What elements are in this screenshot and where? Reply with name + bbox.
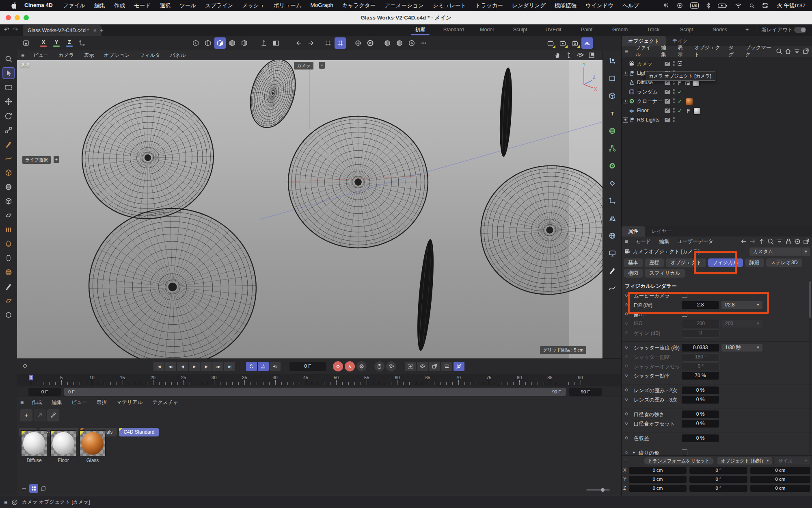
layout-tab-Groom[interactable]: Groom — [603, 24, 637, 36]
tab-属性[interactable]: 属性 — [622, 226, 645, 237]
value-field[interactable]: 200 — [682, 320, 720, 328]
battery-icon[interactable] — [718, 3, 728, 8]
toggle-view-icon[interactable] — [587, 51, 596, 60]
layout-tab-Paint[interactable]: Paint — [570, 24, 603, 36]
keyframe-icon[interactable]: ◇ — [23, 362, 27, 369]
range-end-field[interactable]: 90 F — [569, 388, 602, 396]
material-menu-item[interactable]: マテリアル — [112, 399, 147, 406]
keyframe-diamond-icon[interactable]: ◇ — [625, 387, 628, 392]
draw-pen-icon[interactable] — [605, 264, 619, 278]
split-view-icon[interactable] — [270, 37, 282, 49]
object-manager-menu-item[interactable]: 表示 — [674, 44, 690, 58]
layout-tab-Model[interactable]: Model — [470, 24, 503, 36]
close-tab-icon[interactable]: ✕ — [93, 28, 97, 33]
menubar-item[interactable]: 選択 — [155, 2, 175, 9]
key-scale-icon[interactable] — [429, 362, 440, 371]
content-browser-icon[interactable] — [20, 37, 32, 49]
keyframe-diamond-icon[interactable]: ◇ — [625, 373, 628, 377]
subdivision-surface-icon[interactable] — [605, 124, 619, 138]
value-field[interactable]: 0 — [682, 329, 720, 338]
previous-key-button[interactable]: ◀◇ — [165, 362, 176, 371]
cube-primitive-icon[interactable] — [3, 195, 14, 207]
scale-field[interactable]: 0 cm — [750, 476, 810, 483]
render-view-icon[interactable] — [545, 37, 556, 49]
more-options-icon[interactable] — [418, 37, 430, 49]
menubar-item[interactable]: キャラクター — [338, 2, 380, 9]
material-menu-item[interactable]: 編集 — [47, 399, 67, 406]
modeling-settings-icon[interactable] — [365, 37, 376, 49]
material-ball-icon[interactable] — [3, 267, 14, 278]
key-position-icon[interactable] — [405, 362, 416, 371]
material-menu-item[interactable]: 選択 — [92, 399, 112, 406]
render-tag-icon[interactable] — [677, 61, 683, 67]
input-source-icon[interactable]: US — [690, 2, 699, 9]
grid-view-icon[interactable] — [29, 484, 38, 493]
object-manager-menu-item[interactable]: 編集 — [657, 44, 674, 58]
viewport-menu-item[interactable]: ビュー — [28, 52, 54, 59]
visibility-dots-icon[interactable] — [673, 117, 675, 123]
object-manager-menu-item[interactable]: ファイル — [631, 44, 657, 58]
eyedropper-button[interactable] — [47, 409, 59, 421]
range-slider[interactable]: 0 F 90 F — [64, 388, 566, 396]
live-selection-add-icon[interactable]: + — [54, 156, 59, 163]
rotate-icon[interactable] — [3, 110, 14, 122]
viewport-menu-item[interactable]: オプション — [99, 52, 135, 59]
visibility-dots-icon[interactable] — [673, 61, 675, 67]
object-row-ランダム[interactable]: ランダム✓ — [622, 87, 812, 96]
edit-toggle-icon[interactable] — [665, 80, 670, 85]
edit-toggle-icon[interactable] — [665, 99, 670, 104]
size-dropdown[interactable]: サイズ — [775, 457, 804, 465]
size-dropdown-arrow[interactable]: ▼ — [802, 457, 810, 465]
loop-playback-icon[interactable] — [246, 362, 257, 371]
find-icon[interactable] — [3, 53, 14, 65]
array-tool-icon[interactable] — [3, 224, 14, 235]
menubar-item[interactable]: MoGraph — [306, 2, 337, 9]
jump-previous-icon[interactable] — [293, 37, 304, 49]
material-menu-item[interactable]: 作成 — [27, 399, 47, 406]
cube-shape-icon[interactable] — [605, 89, 619, 103]
modeling-box-icon[interactable] — [3, 167, 14, 178]
reset-transform-button[interactable]: トランスフォームをリセット — [644, 457, 714, 465]
rotation-record-icon[interactable] — [386, 361, 396, 371]
value-field[interactable]: 0 % — [682, 396, 719, 404]
flag-icon[interactable] — [686, 108, 692, 114]
document-tab[interactable]: Glass Works-V2-C4D.c4d * ✕ — [23, 25, 102, 36]
render-settings-icon[interactable] — [569, 37, 581, 49]
edge-mode-icon[interactable] — [202, 37, 214, 49]
layout-tab-初期[interactable]: 初期 — [404, 24, 437, 36]
key-rotation-icon[interactable] — [417, 362, 428, 371]
annotation-a-icon[interactable]: A — [406, 37, 417, 49]
keyframe-diamond-icon[interactable]: ◇ — [625, 411, 628, 416]
expand-icon[interactable]: + — [623, 71, 628, 76]
keyframe-diamond-icon[interactable]: ◇ — [625, 302, 628, 306]
edit-toggle-icon[interactable] — [665, 90, 670, 94]
rotation-field[interactable]: 0 ° — [689, 485, 747, 492]
spline-tool-icon[interactable] — [3, 153, 14, 164]
viewport-canvas[interactable] — [17, 60, 603, 358]
coordinate-mode-dropdown[interactable]: オブジェクト (相対) — [717, 457, 766, 465]
key-parameter-icon[interactable] — [441, 362, 452, 371]
menubar-item[interactable]: 作成 — [110, 2, 130, 9]
scale-field[interactable]: 0 cm — [750, 485, 810, 492]
pen-tool-icon[interactable] — [3, 139, 14, 150]
render-to-picture-viewer-icon[interactable] — [557, 37, 568, 49]
new-layout-button[interactable]: 新レイアウト — [762, 26, 793, 33]
undo-icon[interactable]: ↶ — [4, 26, 9, 33]
popout-icon[interactable] — [802, 48, 810, 55]
material-thumbnail[interactable] — [50, 430, 76, 456]
layout-tab-Nodes[interactable]: Nodes — [703, 24, 736, 36]
play-circle-icon[interactable] — [677, 2, 683, 9]
magnet-off-icon[interactable] — [454, 362, 464, 371]
attribute-menu-item[interactable]: 編集 — [655, 238, 673, 245]
axis-lock-z[interactable]: Z — [64, 37, 75, 48]
sphere-primitive-icon[interactable] — [3, 181, 14, 193]
knife-tool-icon[interactable] — [3, 281, 14, 292]
target-tool-icon[interactable] — [352, 37, 364, 49]
menubar-item[interactable]: 編集 — [90, 2, 110, 9]
edit-toggle-icon[interactable] — [665, 118, 670, 122]
display-object-icon[interactable] — [605, 246, 619, 260]
preset-dropdown[interactable]: カスタム — [749, 247, 801, 256]
object-manager-menu-item[interactable]: オブジェクト — [690, 44, 724, 58]
attribute-tab-スフィリカル[interactable]: スフィリカル — [645, 269, 685, 278]
camera-view-add-icon[interactable]: + — [319, 62, 325, 69]
